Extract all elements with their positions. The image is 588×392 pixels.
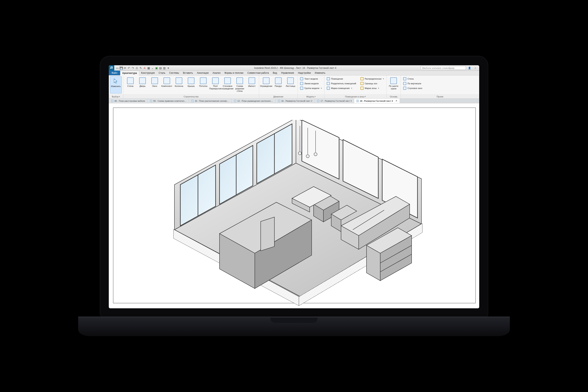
sheet-icon [191, 100, 194, 102]
favorite-icon[interactable]: ☆ [473, 66, 478, 70]
ribbon-button[interactable]: Колонна [173, 76, 185, 94]
ribbon-button[interactable]: Окно [149, 76, 160, 94]
qat-item[interactable]: ⌄ [151, 66, 154, 70]
shaft-label: По шахте грани [389, 85, 398, 90]
tool-icon [263, 78, 270, 84]
ribbon-tab[interactable]: Вставить [181, 70, 195, 75]
tool-icon [248, 78, 255, 84]
ribbon-tab[interactable]: Конструкция [139, 70, 157, 75]
document-tab[interactable]: 18 - Развертка Гостиной лист 4✕ [354, 98, 400, 103]
open-icon[interactable]: ▭ [116, 66, 119, 70]
laptop-mockup: R ▭ 💾 ⟳ ↶ ↷ ⎙ ✎ A ▦ ⌄ ▣ ▤ ▥ [100, 56, 488, 336]
group-opening: СтенаПо вертикалиСлуховое окно Проем [401, 76, 479, 98]
ribbon-tab[interactable]: Системы [167, 70, 181, 75]
area-button[interactable]: Распределенная▾ [359, 77, 385, 81]
group-label: Модель▾ [298, 94, 324, 98]
tool-icon [127, 78, 134, 84]
shaft-button[interactable]: По шахте грани [388, 76, 400, 94]
group-basis: По шахте грани Основа [386, 76, 401, 98]
ribbon-button-label: Колонна [175, 85, 183, 88]
group-motion: ОграждениеПандусЛестница Движение [259, 76, 298, 98]
document-tab[interactable]: 10 - План расположения силово… [189, 98, 232, 103]
document-tab[interactable]: 09 - Схема привязки осветител… [148, 98, 189, 103]
ribbon-small-button[interactable]: Слуховое окно [402, 86, 424, 90]
ribbon-tab[interactable]: Совместная работа [246, 70, 271, 75]
document-tab-label: 12 - План размещения сантехнич… [237, 100, 273, 102]
window-title: Autodesk Revit 2019.2 - ЖК Шоколад - Лис… [171, 67, 419, 70]
save-icon[interactable]: 💾 [119, 66, 123, 70]
sheet-icon [150, 100, 152, 102]
document-tab[interactable]: 06 - План расстановки мебели [109, 98, 148, 103]
ribbon-button[interactable]: Потолок [197, 76, 209, 94]
ribbon-button[interactable]: Ограждение [260, 76, 272, 94]
ribbon-button[interactable]: Импост [246, 76, 258, 94]
document-tab[interactable]: 12 - План размещения сантехнич… [232, 98, 276, 103]
close-icon[interactable]: ✕ [396, 100, 397, 102]
measure-icon[interactable]: ✎ [139, 66, 142, 70]
tool-icon [327, 82, 330, 85]
zone-tag-button[interactable]: Марка зоны▾ [359, 86, 385, 90]
svg-point-39 [314, 153, 317, 156]
ribbon-button-label: Импост [248, 85, 256, 88]
ribbon-button[interactable]: Стена [124, 76, 136, 94]
search-input[interactable] [421, 66, 466, 70]
shaft-icon [390, 78, 397, 84]
ribbon-small-button[interactable]: Группа модели▾ [299, 86, 323, 90]
redo-icon[interactable]: ↷ [131, 66, 135, 70]
ribbon-tab[interactable]: Надстройки [296, 70, 313, 75]
ribbon-tab[interactable]: Управление [279, 70, 296, 75]
sync-icon[interactable]: ⟳ [123, 66, 127, 70]
document-tab[interactable]: 17 - Развертка Гостиной лист 3 [315, 98, 354, 103]
tool-icon [151, 78, 158, 84]
ribbon-button[interactable]: Крыша [185, 76, 197, 94]
qat-item[interactable]: A [143, 66, 146, 70]
ribbon-button[interactable]: Схема разрезки стены [234, 76, 246, 94]
ribbon-small-button[interactable]: Текст модели [299, 77, 323, 81]
undo-icon[interactable]: ↶ [127, 66, 131, 70]
ribbon-button[interactable]: Пандус [272, 76, 284, 94]
tool-icon [287, 78, 294, 84]
ribbon-button-label: Пол/Перекрытие [209, 85, 222, 90]
ribbon-button[interactable]: Лестница [284, 76, 296, 94]
ribbon-small-button[interactable]: Стена [402, 77, 424, 81]
ribbon-button[interactable]: Дверь [136, 76, 148, 94]
ribbon-tab[interactable]: Формы и генплан [222, 70, 246, 75]
ribbon-small-button[interactable]: Линия модели [299, 81, 323, 86]
ribbon-small-button[interactable]: Разделитель помещений [326, 81, 357, 86]
ribbon-small-button[interactable]: Марка помещения▾ [326, 86, 357, 90]
print-icon[interactable]: ⎙ [135, 66, 138, 70]
qat-item[interactable]: ▣ [155, 66, 158, 70]
qat-item[interactable]: ▥ [162, 66, 166, 70]
boundary-icon [360, 82, 364, 85]
ribbon-tab-row: Файл АрхитектураКонструкцияСтальСистемыВ… [109, 71, 479, 76]
ribbon-tab[interactable]: Аннотации [195, 70, 210, 75]
ribbon-small-button[interactable]: По вертикали [402, 81, 424, 86]
cursor-icon [112, 78, 119, 84]
app-icon[interactable]: R [109, 65, 114, 71]
ribbon-tab[interactable]: Анализ [210, 70, 222, 75]
drawing-viewport[interactable] [109, 103, 479, 308]
ribbon-tab[interactable]: Изменить [313, 70, 327, 75]
svg-point-37 [306, 155, 309, 158]
zone-boundary-button[interactable]: Границы зон [359, 81, 385, 86]
signin-icon[interactable]: 👤 [467, 66, 472, 70]
document-tab[interactable]: 16 - Развертка Гостиной лист 2 [276, 98, 315, 103]
ribbon-button[interactable]: Стеновое ограждение [222, 76, 234, 94]
ribbon-tab[interactable]: Вид [271, 70, 279, 75]
qat-item[interactable]: ▤ [158, 66, 162, 70]
ribbon-button[interactable]: Компонент [161, 76, 173, 94]
qat-item[interactable]: ▦ [147, 66, 150, 70]
ribbon-button-label: Компонент [161, 85, 172, 88]
tool-icon [236, 78, 243, 84]
ribbon-tab[interactable]: Сталь [156, 70, 167, 75]
ribbon-small-button[interactable]: Помещение [326, 77, 357, 81]
modify-button[interactable]: Изменить [110, 76, 122, 94]
file-menu[interactable]: Файл [109, 70, 120, 75]
ribbon-button-label: Пандус [274, 85, 282, 88]
ribbon-button[interactable]: Пол/Перекрытие [210, 76, 221, 94]
tool-icon [188, 78, 194, 84]
tool-icon [164, 78, 170, 84]
ribbon-tab[interactable]: Архитектура [120, 71, 139, 76]
tool-icon [139, 78, 146, 84]
tool-icon [200, 78, 206, 84]
